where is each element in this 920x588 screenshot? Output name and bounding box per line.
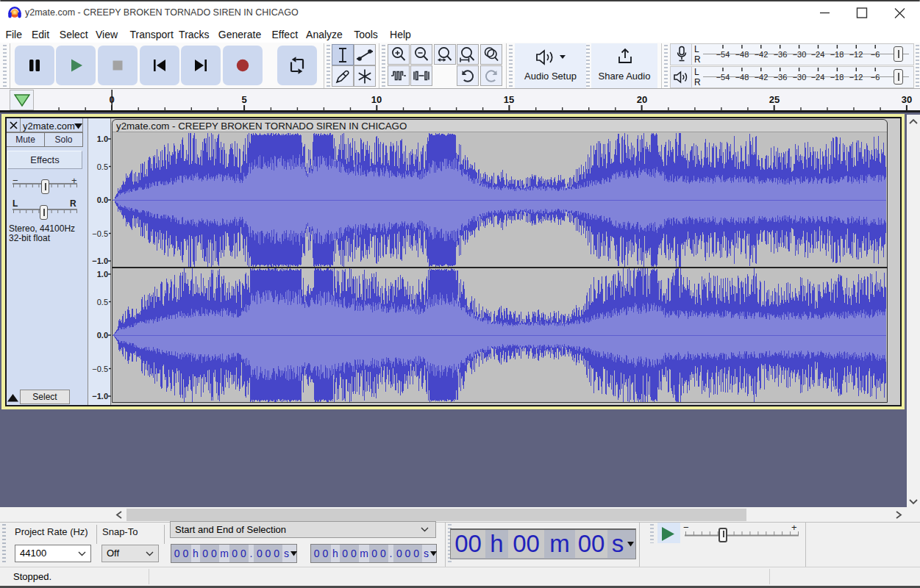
svg-text:30: 30 bbox=[902, 94, 912, 105]
svg-text:−24: −24 bbox=[811, 73, 825, 82]
svg-text:−30: −30 bbox=[793, 50, 807, 59]
svg-text:−54: −54 bbox=[716, 73, 730, 82]
svg-text:−42: −42 bbox=[755, 50, 769, 59]
svg-text:10: 10 bbox=[371, 94, 382, 105]
svg-text:−48: −48 bbox=[735, 73, 749, 82]
svg-text:15: 15 bbox=[504, 94, 514, 105]
svg-text:25: 25 bbox=[769, 94, 780, 105]
svg-text:−30: −30 bbox=[793, 73, 807, 82]
svg-text:−18: −18 bbox=[830, 73, 844, 82]
svg-text:−48: −48 bbox=[735, 50, 749, 59]
svg-text:−12: −12 bbox=[849, 50, 863, 59]
svg-text:5: 5 bbox=[241, 94, 246, 105]
svg-text:−54: −54 bbox=[716, 50, 730, 59]
svg-text:−36: −36 bbox=[774, 73, 788, 82]
svg-text:−24: −24 bbox=[811, 50, 825, 59]
svg-text:−18: −18 bbox=[830, 50, 844, 59]
svg-text:−12: −12 bbox=[849, 73, 863, 82]
svg-text:−36: −36 bbox=[774, 50, 788, 59]
svg-text:−6: −6 bbox=[871, 50, 880, 59]
svg-text:20: 20 bbox=[637, 94, 647, 105]
svg-text:−42: −42 bbox=[755, 73, 769, 82]
svg-text:−6: −6 bbox=[871, 73, 880, 82]
